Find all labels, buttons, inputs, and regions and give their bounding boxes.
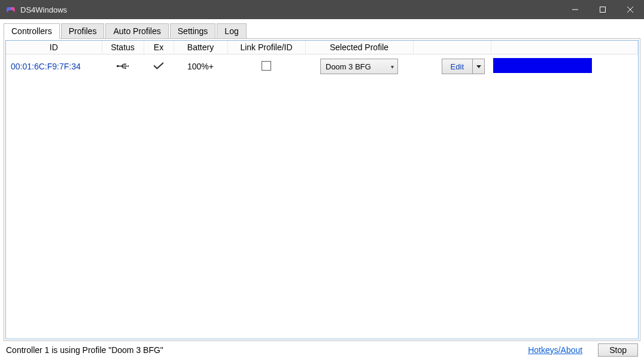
maximize-button[interactable] bbox=[589, 0, 616, 19]
selected-profile-cell: Doom 3 BFG ▾ bbox=[305, 54, 413, 79]
controller-id[interactable]: 00:01:6C:F9:7F:34 bbox=[6, 54, 102, 79]
svg-rect-1 bbox=[600, 7, 606, 13]
tab-bar: Controllers Profiles Auto Profiles Setti… bbox=[0, 19, 644, 38]
ex-cell bbox=[144, 54, 174, 79]
content-panel: ID Status Ex Battery Link Profile/ID Sel… bbox=[4, 38, 640, 341]
col-ex[interactable]: Ex bbox=[144, 41, 174, 54]
link-profile-checkbox[interactable] bbox=[262, 61, 271, 71]
col-edit bbox=[413, 41, 491, 54]
col-link[interactable]: Link Profile/ID bbox=[227, 41, 305, 54]
profile-select[interactable]: Doom 3 BFG ▾ bbox=[320, 59, 398, 74]
controllers-table: ID Status Ex Battery Link Profile/ID Sel… bbox=[6, 41, 638, 78]
close-button[interactable] bbox=[616, 0, 644, 19]
tab-auto-profiles[interactable]: Auto Profiles bbox=[105, 23, 168, 39]
usb-icon bbox=[116, 62, 129, 69]
svg-marker-8 bbox=[127, 65, 129, 67]
table-header-row: ID Status Ex Battery Link Profile/ID Sel… bbox=[6, 41, 638, 54]
color-cell bbox=[491, 54, 638, 79]
svg-point-7 bbox=[124, 67, 126, 69]
lightbar-color-swatch[interactable] bbox=[493, 58, 592, 73]
edit-button[interactable]: Edit bbox=[442, 59, 473, 74]
status-bar: Controller 1 is using Profile "Doom 3 BF… bbox=[0, 341, 644, 359]
col-color bbox=[491, 41, 638, 54]
status-text: Controller 1 is using Profile "Doom 3 BF… bbox=[6, 345, 521, 355]
edit-split-button: Edit bbox=[442, 59, 485, 74]
chevron-down-icon: ▾ bbox=[391, 63, 394, 70]
battery-cell: 100%+ bbox=[174, 54, 227, 79]
col-id[interactable]: ID bbox=[6, 41, 102, 54]
edit-dropdown-button[interactable] bbox=[473, 59, 485, 74]
svg-rect-6 bbox=[124, 63, 126, 65]
tab-log[interactable]: Log bbox=[217, 23, 246, 39]
window-title: DS4Windows bbox=[20, 5, 561, 14]
minimize-button[interactable] bbox=[561, 0, 589, 19]
svg-marker-9 bbox=[476, 65, 481, 68]
link-profile-cell bbox=[227, 54, 305, 79]
col-status[interactable]: Status bbox=[102, 41, 144, 54]
col-battery[interactable]: Battery bbox=[174, 41, 227, 54]
hotkeys-about-link[interactable]: Hotkeys/About bbox=[528, 345, 582, 355]
tab-controllers[interactable]: Controllers bbox=[4, 23, 60, 39]
table-row: 00:01:6C:F9:7F:34 bbox=[6, 54, 638, 79]
controllers-grid-panel: ID Status Ex Battery Link Profile/ID Sel… bbox=[5, 40, 639, 339]
app-icon bbox=[6, 5, 16, 14]
col-profile[interactable]: Selected Profile bbox=[305, 41, 413, 54]
window-controls bbox=[561, 0, 644, 19]
status-cell bbox=[102, 54, 144, 79]
tab-settings[interactable]: Settings bbox=[170, 23, 216, 39]
check-icon bbox=[153, 62, 164, 72]
tab-profiles[interactable]: Profiles bbox=[61, 23, 105, 39]
title-bar: DS4Windows bbox=[0, 0, 644, 19]
profile-select-value: Doom 3 BFG bbox=[326, 62, 371, 71]
edit-cell: Edit bbox=[413, 54, 491, 79]
stop-button[interactable]: Stop bbox=[598, 343, 638, 357]
